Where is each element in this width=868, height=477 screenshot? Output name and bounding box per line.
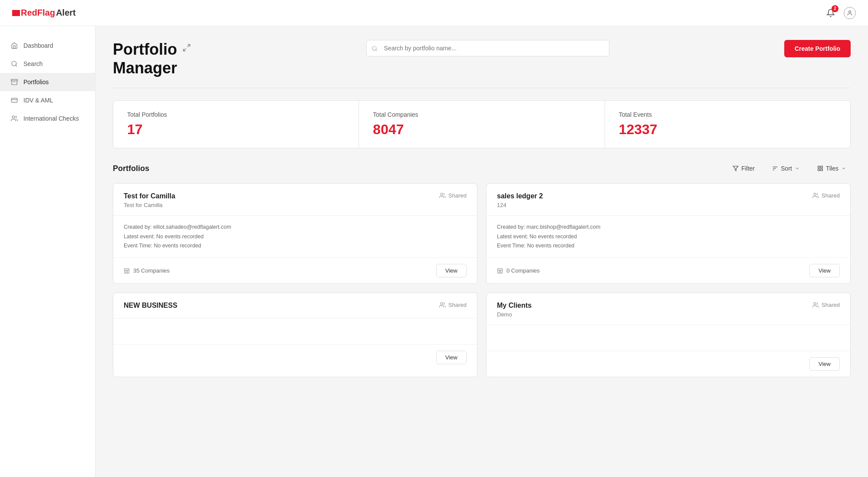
shared-text: Shared xyxy=(448,192,467,199)
portfolios-section-title: Portfolios xyxy=(113,164,149,173)
svg-point-2 xyxy=(12,61,16,66)
card-subtitle: 124 xyxy=(497,202,543,208)
search-icon-inner xyxy=(372,44,378,52)
section-controls: Filter Sort xyxy=(728,162,851,174)
svg-line-9 xyxy=(187,45,190,47)
tiles-button[interactable]: Tiles xyxy=(813,162,851,174)
svg-rect-17 xyxy=(818,166,820,168)
header-divider xyxy=(113,88,851,88)
svg-point-25 xyxy=(441,303,443,305)
portfolio-search-bar xyxy=(366,40,609,56)
home-icon xyxy=(10,42,18,49)
sidebar-item-dashboard[interactable]: Dashboard xyxy=(0,36,95,55)
expand-icon[interactable] xyxy=(182,43,191,52)
svg-rect-0 xyxy=(12,10,20,16)
shared-badge: Shared xyxy=(439,192,467,199)
companies-count-text: 35 Companies xyxy=(133,267,170,274)
stat-label-companies: Total Companies xyxy=(373,111,590,118)
portfolios-section-header: Portfolios Filter Sort xyxy=(113,162,851,174)
sort-button[interactable]: Sort xyxy=(768,162,804,174)
latest-event: Latest event: No events recorded xyxy=(497,232,840,241)
card-footer: View xyxy=(113,345,477,370)
card-top: sales ledger 2 124 Shared xyxy=(487,184,850,216)
filter-button[interactable]: Filter xyxy=(728,162,759,174)
card-name: My Clients xyxy=(497,302,532,309)
logo-flag-icon xyxy=(12,10,20,16)
notifications-bell[interactable]: 2 xyxy=(825,7,837,19)
companies-count: 35 Companies xyxy=(124,267,170,274)
id-card-icon xyxy=(10,96,18,104)
stat-label-events: Total Events xyxy=(619,111,836,118)
shared-icon xyxy=(812,302,819,308)
shared-icon xyxy=(439,192,446,199)
card-name: Test for Camilla xyxy=(124,192,175,200)
users-icon xyxy=(10,115,18,122)
created-by: Created by: marc.bishop@redflagalert.com xyxy=(497,223,840,232)
stat-total-companies: Total Companies 8047 xyxy=(359,101,605,148)
filter-icon xyxy=(733,165,739,171)
create-portfolio-button[interactable]: Create Portfolio xyxy=(784,40,851,57)
card-info: sales ledger 2 124 xyxy=(497,192,543,208)
created-by: Created by: elliot.sahadeo@redflagalert.… xyxy=(124,223,467,232)
svg-point-11 xyxy=(372,46,376,50)
card-subtitle: Test for Camilla xyxy=(124,202,175,208)
sidebar-item-search[interactable]: Search xyxy=(0,55,95,73)
shared-icon xyxy=(439,302,446,308)
building-icon xyxy=(497,268,503,274)
main-layout: Dashboard Search Portfolios xyxy=(0,26,868,477)
card-top: Test for Camilla Test for Camilla Shared xyxy=(113,184,477,216)
card-footer: View xyxy=(487,351,850,377)
shared-badge: Shared xyxy=(812,302,840,308)
svg-line-10 xyxy=(184,49,186,51)
sidebar: Dashboard Search Portfolios xyxy=(0,26,95,477)
view-button[interactable]: View xyxy=(436,264,467,277)
shared-badge: Shared xyxy=(439,302,467,308)
svg-point-1 xyxy=(849,10,851,13)
stat-value-portfolios: 17 xyxy=(127,122,345,138)
search-input[interactable] xyxy=(366,40,609,56)
card-name: sales ledger 2 xyxy=(497,192,543,200)
stat-total-events: Total Events 12337 xyxy=(605,101,850,148)
sort-chevron-icon xyxy=(795,166,800,171)
inbox-icon xyxy=(10,78,18,86)
logo-text-black: Alert xyxy=(56,8,76,18)
tiles-label: Tiles xyxy=(826,165,838,172)
sidebar-item-international-checks[interactable]: International Checks xyxy=(0,109,95,128)
card-info: My Clients Demo xyxy=(497,302,532,318)
building-icon xyxy=(124,268,130,274)
svg-rect-6 xyxy=(11,98,17,102)
main-content: Portfolio Manager xyxy=(95,26,868,477)
sidebar-label-idv-aml: IDV & AML xyxy=(23,97,53,104)
stats-row: Total Portfolios 17 Total Companies 8047… xyxy=(113,100,851,148)
svg-rect-20 xyxy=(821,169,822,171)
shared-badge: Shared xyxy=(812,192,840,199)
view-button[interactable]: View xyxy=(809,357,840,371)
svg-line-12 xyxy=(375,49,377,51)
card-top: My Clients Demo Shared xyxy=(487,293,850,325)
page-title: Portfolio Manager xyxy=(113,40,177,77)
latest-event: Latest event: No events recorded xyxy=(124,232,467,241)
card-footer: 0 Companies View xyxy=(487,258,850,283)
card-meta: Created by: marc.bishop@redflagalert.com… xyxy=(487,216,850,258)
sort-label: Sort xyxy=(781,165,792,172)
shared-icon xyxy=(812,192,819,199)
svg-rect-19 xyxy=(818,169,820,171)
view-button[interactable]: View xyxy=(809,264,840,277)
sidebar-item-portfolios[interactable]: Portfolios xyxy=(0,73,95,91)
stat-label-portfolios: Total Portfolios xyxy=(127,111,345,118)
companies-count-text: 0 Companies xyxy=(506,267,540,274)
svg-point-26 xyxy=(814,303,816,305)
portfolio-card: Test for Camilla Test for Camilla Shared xyxy=(113,183,477,284)
card-meta xyxy=(113,319,477,345)
view-button[interactable]: View xyxy=(436,351,467,364)
user-avatar[interactable] xyxy=(844,7,856,19)
card-info: Test for Camilla Test for Camilla xyxy=(124,192,175,208)
app-header: RedFlagAlert 2 xyxy=(0,0,868,26)
shared-text: Shared xyxy=(448,302,467,308)
svg-point-8 xyxy=(12,116,14,118)
sidebar-label-search: Search xyxy=(23,60,43,67)
svg-point-23 xyxy=(814,193,816,195)
sidebar-item-idv-aml[interactable]: IDV & AML xyxy=(0,91,95,109)
portfolio-grid: Test for Camilla Test for Camilla Shared xyxy=(113,183,851,377)
sort-icon xyxy=(772,165,778,171)
